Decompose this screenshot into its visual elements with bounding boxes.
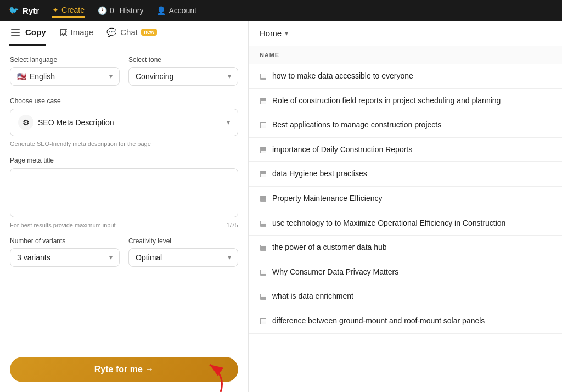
nav-create[interactable]: ✦ Create bbox=[52, 3, 85, 18]
use-case-icon: ⚙ bbox=[18, 115, 33, 130]
chat-badge: new bbox=[141, 29, 157, 36]
doc-icon: ▤ bbox=[260, 120, 267, 129]
textarea-footer: For best results provide maximum input 1… bbox=[10, 222, 238, 228]
form-area: Select language 🇺🇸 English ▾ Select tone… bbox=[0, 46, 248, 357]
list-item[interactable]: ▤ what is data enrichment bbox=[249, 284, 562, 309]
nav-account[interactable]: 👤 Account bbox=[156, 4, 196, 17]
variants-group: Number of variants 3 variants ▾ bbox=[10, 237, 120, 267]
list-item[interactable]: ▤ Best applications to manage constructi… bbox=[249, 113, 562, 138]
use-case-hint: Generate SEO-friendly meta description f… bbox=[10, 141, 238, 147]
list-item[interactable]: ▤ the power of a customer data hub bbox=[249, 236, 562, 260]
flag-icon: 🇺🇸 bbox=[17, 72, 26, 81]
doc-icon: ▤ bbox=[260, 316, 267, 325]
page-title-textarea[interactable] bbox=[10, 168, 238, 217]
doc-icon: ▤ bbox=[260, 169, 267, 178]
doc-icon: ▤ bbox=[260, 96, 267, 105]
history-list: ▤ how to make data accessible to everyon… bbox=[249, 64, 562, 334]
account-icon: 👤 bbox=[156, 6, 166, 15]
hamburger-icon bbox=[9, 27, 22, 38]
list-item[interactable]: ▤ use technology to to Maximize Operatio… bbox=[249, 211, 562, 236]
language-select[interactable]: 🇺🇸 English ▾ bbox=[10, 67, 120, 86]
list-item[interactable]: ▤ Why Consumer Data Privacy Matters bbox=[249, 260, 562, 285]
textarea-group: Page meta title bbox=[10, 155, 238, 220]
logo[interactable]: 🐦 Rytr bbox=[9, 5, 39, 15]
tone-select[interactable]: Convincing ▾ bbox=[128, 67, 238, 86]
language-label: Select language bbox=[10, 56, 120, 64]
creativity-group: Creativity level Optimal ▾ bbox=[128, 237, 238, 267]
ryte-btn-container: Ryte for me → bbox=[0, 357, 248, 392]
logo-icon: 🐦 bbox=[9, 5, 19, 15]
nav-history[interactable]: 🕐 0 History bbox=[98, 4, 143, 17]
image-icon: 🖼 bbox=[59, 27, 68, 37]
tone-label: Select tone bbox=[128, 56, 238, 64]
right-panel: Home ▾ NAME ▤ how to make data accessibl… bbox=[249, 21, 562, 392]
language-chevron-icon: ▾ bbox=[109, 72, 113, 80]
tabs-bar: Copy 🖼 Image 💬 Chat new bbox=[0, 21, 248, 46]
table-header: NAME bbox=[249, 46, 562, 64]
variants-select[interactable]: 3 variants ▾ bbox=[10, 248, 120, 267]
list-item[interactable]: ▤ Role of construction field reports in … bbox=[249, 89, 562, 114]
use-case-group: Choose use case ⚙ SEO Meta Description ▾ bbox=[10, 96, 238, 136]
variants-label: Number of variants bbox=[10, 237, 120, 245]
doc-icon: ▤ bbox=[260, 267, 267, 276]
language-tone-row: Select language 🇺🇸 English ▾ Select tone… bbox=[10, 56, 238, 86]
list-item[interactable]: ▤ Property Maintenance Efficiency bbox=[249, 187, 562, 211]
list-item[interactable]: ▤ data Hygiene best practises bbox=[249, 162, 562, 187]
doc-icon: ▤ bbox=[260, 219, 267, 227]
variants-chevron-icon: ▾ bbox=[109, 254, 113, 261]
right-header: Home ▾ bbox=[249, 21, 562, 46]
home-chevron-icon: ▾ bbox=[285, 30, 288, 37]
use-case-chevron-icon: ▾ bbox=[227, 119, 230, 126]
use-case-select[interactable]: ⚙ SEO Meta Description ▾ bbox=[10, 109, 238, 136]
creativity-label: Creativity level bbox=[128, 237, 238, 245]
tone-group: Select tone Convincing ▾ bbox=[128, 56, 238, 86]
creativity-select[interactable]: Optimal ▾ bbox=[128, 248, 238, 267]
history-table: NAME ▤ how to make data accessible to ev… bbox=[249, 46, 562, 392]
top-nav: 🐦 Rytr ✦ Create 🕐 0 History 👤 Account bbox=[0, 0, 562, 21]
tab-copy[interactable]: Copy bbox=[9, 21, 46, 46]
ryte-for-me-button[interactable]: Ryte for me → bbox=[10, 357, 238, 382]
list-item[interactable]: ▤ how to make data accessible to everyon… bbox=[249, 64, 562, 89]
doc-icon: ▤ bbox=[260, 145, 267, 154]
doc-icon: ▤ bbox=[260, 194, 267, 203]
doc-icon: ▤ bbox=[260, 243, 267, 251]
doc-icon: ▤ bbox=[260, 71, 267, 80]
create-icon: ✦ bbox=[52, 5, 59, 14]
list-item[interactable]: ▤ importance of Daily Construction Repor… bbox=[249, 138, 562, 163]
home-label[interactable]: Home bbox=[260, 29, 282, 38]
use-case-label: Choose use case bbox=[10, 97, 61, 105]
char-count: 1/75 bbox=[227, 222, 238, 228]
main-layout: Copy 🖼 Image 💬 Chat new Select language bbox=[0, 21, 562, 392]
tab-chat[interactable]: 💬 Chat new bbox=[106, 21, 157, 46]
creativity-chevron-icon: ▾ bbox=[228, 254, 231, 261]
chat-icon: 💬 bbox=[106, 27, 117, 37]
variants-creativity-row: Number of variants 3 variants ▾ Creativi… bbox=[10, 237, 238, 267]
tab-image[interactable]: 🖼 Image bbox=[59, 21, 94, 46]
page-title-label: Page meta title bbox=[10, 156, 54, 164]
left-panel: Copy 🖼 Image 💬 Chat new Select language bbox=[0, 21, 249, 392]
textarea-hint: For best results provide maximum input bbox=[10, 222, 116, 228]
list-item[interactable]: ▤ difference between ground-mount and ro… bbox=[249, 309, 562, 334]
tone-chevron-icon: ▾ bbox=[228, 72, 231, 80]
history-icon: 🕐 bbox=[98, 6, 107, 15]
language-group: Select language 🇺🇸 English ▾ bbox=[10, 56, 120, 86]
doc-icon: ▤ bbox=[260, 292, 267, 300]
